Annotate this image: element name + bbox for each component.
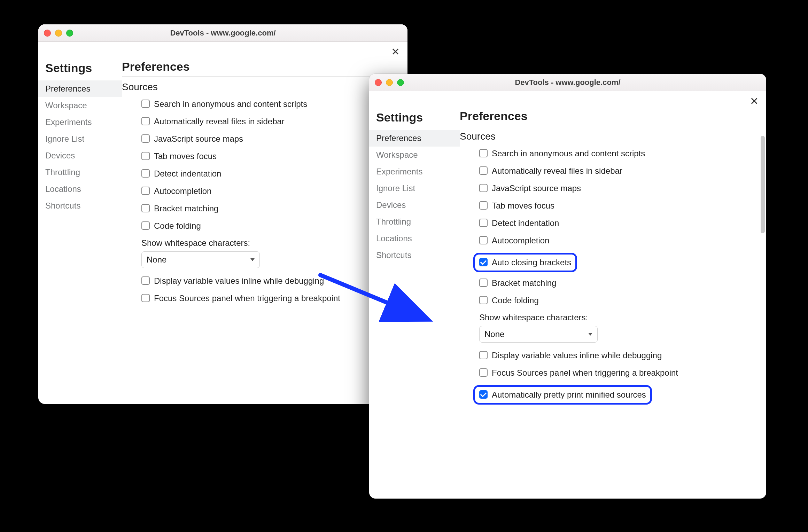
option-label: Automatically pretty print minified sour… [492, 390, 646, 400]
checkbox[interactable] [141, 152, 150, 160]
checkbox[interactable] [141, 117, 150, 125]
close-window-dot[interactable] [375, 79, 382, 86]
sidebar-item-experiments[interactable]: Experiments [369, 163, 460, 180]
devtools-window-after: DevTools - www.google.com/ ✕ Settings Pr… [369, 74, 766, 499]
close-row: ✕ [369, 91, 766, 108]
option-row[interactable]: Focus Sources panel when triggering a br… [141, 293, 397, 304]
content: ✕ Settings PreferencesWorkspaceExperimen… [369, 91, 766, 499]
option-label: Autocompletion [492, 235, 549, 246]
sidebar-item-devices[interactable]: Devices [369, 197, 460, 213]
sidebar-item-devices[interactable]: Devices [38, 147, 122, 164]
option-row[interactable]: Search in anonymous and content scripts [141, 99, 397, 109]
sidebar-item-preferences[interactable]: Preferences [369, 130, 460, 147]
option-label: Code folding [154, 221, 201, 231]
checkbox[interactable] [141, 221, 150, 230]
whitespace-select[interactable]: None [479, 326, 598, 343]
option-row[interactable]: JavaScript source maps [479, 183, 756, 194]
content: ✕ Settings PreferencesWorkspaceExperimen… [38, 42, 407, 404]
option-label: Focus Sources panel when triggering a br… [492, 368, 678, 378]
option-label: Tab moves focus [492, 201, 554, 211]
checkbox[interactable] [141, 134, 150, 143]
sidebar-item-workspace[interactable]: Workspace [38, 97, 122, 114]
checkbox[interactable] [479, 166, 488, 175]
whitespace-label: Show whitespace characters: [479, 313, 756, 322]
option-label: Focus Sources panel when triggering a br… [154, 293, 340, 304]
option-row[interactable]: Bracket matching [141, 203, 397, 214]
option-row[interactable]: Code folding [141, 221, 397, 231]
close-window-dot[interactable] [44, 30, 51, 37]
sidebar-item-ignore-list[interactable]: Ignore List [38, 131, 122, 147]
option-row[interactable]: JavaScript source maps [141, 134, 397, 144]
option-row[interactable]: Auto closing brackets [473, 253, 577, 272]
option-row[interactable]: Autocompletion [141, 186, 397, 196]
checkbox[interactable] [479, 236, 488, 244]
whitespace-value: None [147, 255, 166, 265]
close-row: ✕ [38, 42, 407, 58]
checkbox[interactable] [479, 149, 488, 157]
option-label: Detect indentation [492, 218, 559, 228]
checkbox[interactable] [479, 390, 488, 399]
option-row[interactable]: Automatically reveal files in sidebar [479, 166, 756, 176]
minimize-window-dot[interactable] [55, 30, 62, 37]
traffic-lights[interactable] [375, 79, 404, 86]
checkbox[interactable] [141, 169, 150, 178]
body: Settings PreferencesWorkspaceExperiments… [369, 108, 766, 499]
checkbox[interactable] [141, 276, 150, 285]
checkbox[interactable] [141, 204, 150, 212]
sidebar-item-locations[interactable]: Locations [38, 181, 122, 197]
divider [460, 126, 756, 126]
zoom-window-dot[interactable] [397, 79, 404, 86]
option-row[interactable]: Display variable values inline while deb… [141, 276, 397, 286]
option-row[interactable]: Automatically pretty print minified sour… [473, 385, 652, 405]
scrollbar[interactable] [761, 136, 765, 233]
checkbox[interactable] [479, 351, 488, 359]
sidebar-item-throttling[interactable]: Throttling [38, 164, 122, 181]
sidebar-heading: Settings [369, 109, 460, 130]
option-row[interactable]: Detect indentation [141, 169, 397, 179]
option-row[interactable]: Automatically reveal files in sidebar [141, 116, 397, 127]
sidebar-item-shortcuts[interactable]: Shortcuts [369, 247, 460, 264]
option-row[interactable]: Autocompletion [479, 235, 756, 246]
close-icon[interactable]: ✕ [390, 45, 401, 58]
option-row[interactable]: Code folding [479, 295, 756, 306]
checkbox[interactable] [479, 258, 488, 266]
option-row[interactable]: Display variable values inline while deb… [479, 350, 756, 361]
chevron-down-icon [250, 258, 255, 261]
zoom-window-dot[interactable] [66, 30, 73, 37]
page-title: Preferences [460, 108, 756, 126]
checkbox[interactable] [479, 279, 488, 287]
sidebar-item-throttling[interactable]: Throttling [369, 213, 460, 230]
checkbox[interactable] [479, 201, 488, 210]
checkbox[interactable] [141, 100, 150, 108]
option-label: Display variable values inline while deb… [154, 276, 324, 286]
option-row[interactable]: Search in anonymous and content scripts [479, 148, 756, 159]
sidebar-item-experiments[interactable]: Experiments [38, 114, 122, 131]
option-row[interactable]: Bracket matching [479, 278, 756, 288]
traffic-lights[interactable] [44, 30, 73, 37]
checkbox[interactable] [141, 187, 150, 195]
sidebar-item-ignore-list[interactable]: Ignore List [369, 180, 460, 197]
minimize-window-dot[interactable] [386, 79, 393, 86]
close-icon[interactable]: ✕ [748, 95, 760, 108]
sidebar-heading: Settings [38, 60, 122, 80]
option-label: Automatically reveal files in sidebar [154, 116, 285, 127]
sidebar-item-preferences[interactable]: Preferences [38, 80, 122, 97]
sidebar: Settings PreferencesWorkspaceExperiments… [369, 108, 460, 499]
checkbox[interactable] [479, 219, 488, 227]
option-label: Search in anonymous and content scripts [154, 99, 307, 109]
sidebar-item-shortcuts[interactable]: Shortcuts [38, 197, 122, 214]
checkbox[interactable] [141, 294, 150, 302]
sidebar-item-workspace[interactable]: Workspace [369, 147, 460, 163]
option-label: Bracket matching [154, 203, 218, 214]
option-row[interactable]: Tab moves focus [141, 151, 397, 162]
option-label: Tab moves focus [154, 151, 217, 162]
option-row[interactable]: Detect indentation [479, 218, 756, 228]
option-row[interactable]: Focus Sources panel when triggering a br… [479, 368, 756, 378]
sidebar-item-locations[interactable]: Locations [369, 230, 460, 247]
checkbox[interactable] [479, 296, 488, 304]
option-row[interactable]: Tab moves focus [479, 201, 756, 211]
whitespace-select[interactable]: None [141, 251, 260, 268]
whitespace-label: Show whitespace characters: [141, 238, 397, 248]
checkbox[interactable] [479, 184, 488, 192]
checkbox[interactable] [479, 368, 488, 377]
